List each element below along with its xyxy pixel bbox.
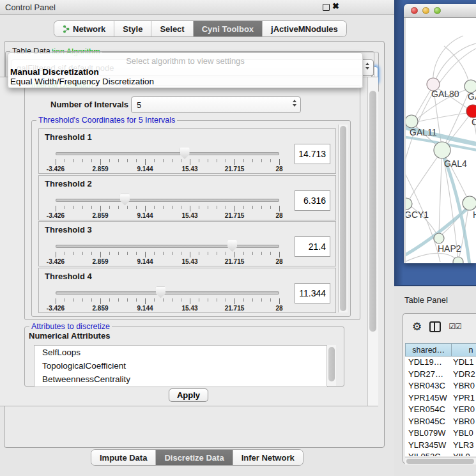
slider-handle[interactable] xyxy=(180,148,190,159)
main-scrollbar-thumb[interactable] xyxy=(369,91,376,332)
cell-shared-name: YBL079W xyxy=(405,427,453,440)
group-title-attributes: Attributes to discretize xyxy=(29,322,112,331)
threshold-value-field[interactable] xyxy=(295,283,330,303)
tab-select[interactable]: Select xyxy=(151,21,193,36)
table-row[interactable]: YBR043CYBR0 xyxy=(405,380,476,392)
attribute-item[interactable]: TopologicalCoefficient xyxy=(35,359,327,372)
cell-shared-name: YIL052C xyxy=(405,451,453,456)
network-graph: GAL80GACGAL11GAL4GCY1HHAP2 xyxy=(406,18,476,263)
table-row[interactable]: YBR045CYBR0 xyxy=(405,416,476,428)
tab-label: Impute Data xyxy=(100,453,147,463)
tick-label: 9.144 xyxy=(137,212,153,219)
slider-handle[interactable] xyxy=(120,194,130,206)
node-label: HAP2 xyxy=(438,243,461,254)
tab-discretize-data[interactable]: Discretize Data xyxy=(156,450,233,465)
threshold-value-field[interactable] xyxy=(295,190,330,211)
network-node-gcy1[interactable] xyxy=(406,198,412,210)
tick-label: 9.144 xyxy=(137,305,153,312)
threshold-value-field[interactable] xyxy=(295,236,330,257)
cell-shared-name: YBR045C xyxy=(405,416,453,428)
close-icon[interactable]: ✖ xyxy=(332,1,339,11)
table-row[interactable]: YDL19…YDL1 xyxy=(405,357,476,369)
table-row[interactable]: YDR27…YDR2 xyxy=(405,369,476,381)
node-label: C xyxy=(472,117,476,127)
network-node[interactable] xyxy=(453,257,463,263)
column-header-name[interactable]: n xyxy=(451,343,476,357)
apply-button[interactable]: Apply xyxy=(169,388,208,402)
network-node-c[interactable] xyxy=(466,105,476,118)
attribute-item[interactable]: BetweennessCentrality xyxy=(35,372,327,386)
tab-cyni-toolbox[interactable]: Cyni Toolbox xyxy=(194,21,263,36)
thresholds-scrollbar-thumb[interactable] xyxy=(340,126,346,311)
gear-icon[interactable]: ⚙ xyxy=(412,321,422,332)
table-toolbar: ⚙ ☑☑ xyxy=(403,314,476,339)
slider-track[interactable] xyxy=(56,245,279,248)
tick-label: -3.426 xyxy=(47,305,65,312)
table-panel-area: Table Panel ⚙ ☑☑ shared… n YDL19…YDL1YDR… xyxy=(394,286,476,476)
node-label: H xyxy=(473,210,476,220)
main-scrollbar-track[interactable] xyxy=(367,77,378,406)
attributes-scrollbar-thumb[interactable] xyxy=(328,347,335,381)
popup-option-2[interactable]: Equal Width/Frequency Discretization xyxy=(10,77,154,86)
mac-minimize-button[interactable] xyxy=(422,7,429,14)
network-node-ga[interactable] xyxy=(464,80,476,93)
settings-scrollpane: Interval Definition Number of Intervals … xyxy=(0,77,378,406)
table-row[interactable]: YER054CYER0 xyxy=(405,404,476,416)
slider-handle[interactable] xyxy=(227,240,237,252)
float-window-icon[interactable] xyxy=(323,4,330,11)
bottom-tab-bar: Impute DataDiscretize DataInfer Network xyxy=(91,450,303,465)
threshold-row-2: Threshold 2-3.4262.8599.14415.4321.71528 xyxy=(38,175,336,220)
panel-title: Control Panel xyxy=(5,3,56,12)
table-hscrollbar-thumb[interactable] xyxy=(406,459,474,464)
table-row[interactable]: YBL079WYBL0 xyxy=(405,427,476,440)
threshold-label: Threshold 1 xyxy=(45,132,92,142)
tab-label: Network xyxy=(73,24,105,34)
threshold-value-field[interactable] xyxy=(295,144,330,164)
network-node-hap2[interactable] xyxy=(434,233,444,243)
numerical-attributes-list[interactable]: SelfLoopsTopologicalCoefficientBetweenne… xyxy=(34,345,328,387)
slider-handle[interactable] xyxy=(156,287,165,298)
tick-label: 9.144 xyxy=(137,258,153,265)
attribute-item[interactable]: SelfLoops xyxy=(35,346,327,359)
tab-style[interactable]: Style xyxy=(114,21,151,36)
tab-impute-data[interactable]: Impute Data xyxy=(91,450,156,465)
network-node-gal11[interactable] xyxy=(406,115,418,128)
tab-jactivemnodules[interactable]: jActiveMNodules xyxy=(263,21,346,36)
group-interval-definition: Interval Definition Number of Intervals … xyxy=(24,85,360,320)
table-row[interactable]: YLR345WYLR3 xyxy=(405,440,476,452)
slider-track[interactable] xyxy=(56,291,279,295)
column-header-shared[interactable]: shared… xyxy=(405,343,451,357)
tab-label: jActiveMNodules xyxy=(271,24,338,34)
desktop-edge xyxy=(394,0,403,291)
tick-label: 21.715 xyxy=(225,165,245,173)
split-columns-icon[interactable] xyxy=(429,321,441,332)
network-node-gal4[interactable] xyxy=(434,142,450,158)
table-row[interactable]: YIL052CYIL0 xyxy=(405,451,476,456)
attributes-scrollbar-track[interactable] xyxy=(326,345,336,386)
thresholds-scrollbar-track[interactable] xyxy=(338,125,348,312)
select-columns-checkboxes-icon[interactable]: ☑☑ xyxy=(449,322,461,331)
network-canvas[interactable]: GAL80GACGAL11GAL4GCY1HHAP2 xyxy=(406,18,476,263)
numerical-attributes-label: Numerical Attributes xyxy=(29,331,110,341)
cell-name: YIL0 xyxy=(453,451,476,456)
node-label: GAL4 xyxy=(444,158,467,169)
network-node-h[interactable] xyxy=(463,196,476,210)
slider-track[interactable] xyxy=(56,199,279,202)
tab-label: Discretize Data xyxy=(164,453,224,463)
table-rows: YDL19…YDL1YDR27…YDR2YBR043CYBR0YPR145WYP… xyxy=(405,357,476,456)
network-view-window: GAL80GACGAL11GAL4GCY1HHAP2 xyxy=(404,4,476,263)
tab-infer-network[interactable]: Infer Network xyxy=(233,450,303,465)
num-intervals-spinner[interactable]: 5 xyxy=(131,96,301,113)
tick-label: 2.859 xyxy=(92,305,108,312)
mac-zoom-button[interactable] xyxy=(434,7,441,14)
table-hscrollbar-track[interactable] xyxy=(405,457,476,464)
table-row[interactable]: YPR145WYPR1 xyxy=(405,392,476,404)
threshold-label: Threshold 2 xyxy=(45,179,92,188)
mac-close-button[interactable] xyxy=(411,7,418,14)
cell-shared-name: YER054C xyxy=(405,404,453,416)
tick-label: 21.715 xyxy=(225,258,245,265)
slider-track[interactable] xyxy=(56,152,279,155)
tick-label: 15.43 xyxy=(181,165,197,173)
tab-network[interactable]: Network xyxy=(54,21,114,36)
popup-option-1[interactable]: Manual Discretization xyxy=(10,67,99,77)
